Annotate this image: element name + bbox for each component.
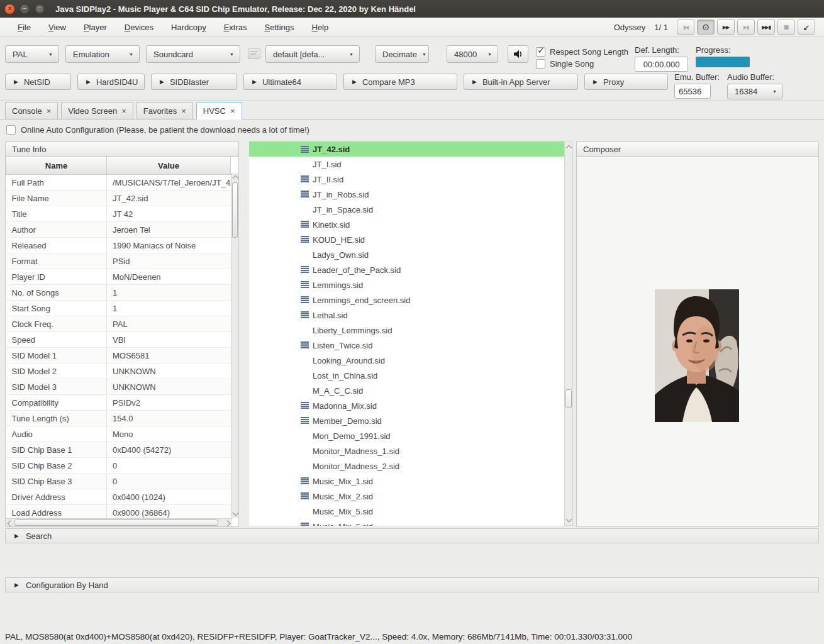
search-expander[interactable]: ▶ Search bbox=[5, 528, 819, 543]
list-item[interactable]: Mon_Demo_1991.sid bbox=[249, 428, 564, 443]
table-row[interactable]: SID Model 1MOS6581 bbox=[6, 348, 231, 364]
list-item[interactable]: JT_in_Space.sid bbox=[249, 202, 564, 217]
close-button[interactable]: × bbox=[4, 4, 15, 14]
emu-buffer-input[interactable] bbox=[674, 84, 711, 99]
default-length-input[interactable] bbox=[635, 57, 688, 72]
scroll-down-icon[interactable] bbox=[566, 516, 572, 523]
file-list-scrollbar[interactable] bbox=[564, 142, 573, 526]
table-row[interactable]: Clock Freq.PAL bbox=[6, 316, 231, 332]
menu-player[interactable]: Player bbox=[75, 19, 116, 35]
online-auto-config-option[interactable]: Online Auto Configuration (Please, be pa… bbox=[6, 125, 309, 135]
respect-song-length-option[interactable]: ✓ Respect Song Length bbox=[536, 47, 628, 57]
list-item[interactable]: Lemmings.sid bbox=[249, 277, 564, 292]
tune-table-vertical-scrollbar[interactable] bbox=[231, 173, 238, 518]
fast-forward-button[interactable]: ▶▶ bbox=[717, 19, 735, 35]
table-row[interactable]: SID Model 3UNKNOWN bbox=[6, 379, 231, 395]
column-header-name[interactable]: Name bbox=[6, 157, 107, 175]
respect-song-length-checkbox[interactable]: ✓ bbox=[536, 47, 545, 57]
minimize-player-button[interactable]: ↙ bbox=[798, 19, 815, 35]
list-item[interactable]: JT_in_Robs.sid bbox=[249, 187, 564, 202]
scrollbar-thumb[interactable] bbox=[565, 389, 572, 408]
list-item[interactable]: M_A_C_C.sid bbox=[249, 383, 564, 398]
list-item[interactable]: Looking_Around.sid bbox=[249, 353, 564, 368]
proxy-button[interactable]: ▶Proxy bbox=[584, 74, 668, 90]
table-row[interactable]: SID Chip Base 30 bbox=[6, 474, 231, 489]
sample-rate-select[interactable]: 48000 ▼ bbox=[447, 45, 498, 63]
configuration-by-hand-expander[interactable]: ▶ Configuration By Hand bbox=[5, 577, 819, 592]
table-row[interactable]: CompatibilityPSIDv2 bbox=[6, 395, 231, 411]
menu-devices[interactable]: Devices bbox=[116, 19, 162, 35]
list-item[interactable]: Member_Demo.sid bbox=[249, 413, 564, 428]
list-item[interactable]: KOUD_HE.sid bbox=[249, 232, 564, 247]
table-row[interactable]: Start Song1 bbox=[6, 301, 231, 316]
list-item[interactable]: Madonna_Mix.sid bbox=[249, 398, 564, 413]
skip-to-end-button[interactable]: ▶▶▮ bbox=[757, 19, 775, 35]
table-row[interactable]: Released1990 Maniacs of Noise bbox=[6, 238, 231, 253]
close-icon[interactable]: × bbox=[181, 106, 186, 116]
scroll-down-icon[interactable] bbox=[233, 510, 239, 516]
list-item[interactable]: Monitor_Madness_2.sid bbox=[249, 458, 564, 474]
list-item[interactable]: JT_42.sid bbox=[249, 142, 564, 157]
scrollbar-thumb[interactable] bbox=[14, 519, 218, 526]
compare-mp3-button[interactable]: ▶Compare MP3 bbox=[343, 74, 457, 90]
minimize-button[interactable]: − bbox=[19, 4, 30, 14]
list-item[interactable]: Lethal.sid bbox=[249, 308, 564, 323]
tab-hvsc[interactable]: HVSC× bbox=[196, 102, 242, 119]
table-row[interactable]: AudioMono bbox=[6, 426, 231, 442]
list-item[interactable]: Music_Mix_1.sid bbox=[249, 474, 564, 489]
close-icon[interactable]: × bbox=[47, 106, 52, 116]
list-item[interactable]: Ladys_Own.sid bbox=[249, 247, 564, 262]
play-pause-button[interactable]: ⊙ bbox=[697, 19, 715, 35]
menu-hardcopy[interactable]: Hardcopy bbox=[162, 19, 215, 35]
table-row[interactable]: Player IDMoN/Deenen bbox=[6, 269, 231, 285]
sampling-method-select[interactable]: Decimate ▼ bbox=[375, 45, 429, 63]
table-row[interactable]: TitleJT 42 bbox=[6, 206, 231, 222]
list-item[interactable]: Leader_of_the_Pack.sid bbox=[249, 262, 564, 277]
scroll-left-icon[interactable] bbox=[8, 521, 14, 527]
volume-button[interactable] bbox=[508, 45, 528, 63]
menu-settings[interactable]: Settings bbox=[256, 19, 303, 35]
scroll-right-icon[interactable] bbox=[225, 521, 231, 527]
list-item[interactable]: Monitor_Madness_1.sid bbox=[249, 443, 564, 458]
maximize-button[interactable]: □ bbox=[35, 4, 45, 14]
single-song-checkbox[interactable] bbox=[536, 59, 545, 69]
table-row[interactable]: SpeedVBI bbox=[6, 332, 231, 348]
list-item[interactable]: Liberty_Lemmings.sid bbox=[249, 323, 564, 338]
list-item[interactable]: Music_Mix_2.sid bbox=[249, 489, 564, 504]
online-auto-config-checkbox[interactable] bbox=[6, 125, 16, 135]
ultimate64-button[interactable]: ▶Ultimate64 bbox=[243, 74, 337, 90]
table-row[interactable]: Driver Address0x0400 (1024) bbox=[6, 489, 231, 505]
table-row[interactable]: AuthorJeroen Tel bbox=[6, 222, 231, 238]
close-icon[interactable]: × bbox=[121, 106, 126, 116]
menu-view[interactable]: View bbox=[40, 19, 75, 35]
table-row[interactable]: File NameJT_42.sid bbox=[6, 191, 231, 206]
scroll-up-icon[interactable] bbox=[566, 145, 572, 152]
next-button[interactable]: ▶▮ bbox=[737, 19, 755, 35]
column-header-value[interactable]: Value bbox=[107, 157, 231, 175]
table-row[interactable]: Full Path/MUSICIANS/T/Tel_Jeroen/JT_42..… bbox=[6, 175, 231, 191]
audio-buffer-select[interactable]: 16384 ▼ bbox=[727, 84, 783, 99]
sidblaster-button[interactable]: ▶SIDBlaster bbox=[151, 74, 237, 90]
list-item[interactable]: Lost_in_China.sid bbox=[249, 368, 564, 383]
tab-video-screen[interactable]: Video Screen× bbox=[61, 102, 133, 119]
table-row[interactable]: No. of Songs1 bbox=[6, 285, 231, 301]
stop-button[interactable]: ■ bbox=[777, 19, 795, 35]
scroll-up-icon[interactable] bbox=[233, 175, 239, 182]
list-item[interactable]: JT_I.sid bbox=[249, 157, 564, 172]
hardsid4u-button[interactable]: ▶HardSID4U bbox=[77, 74, 145, 90]
list-item[interactable]: JT_II.sid bbox=[249, 172, 564, 187]
audio-device-select[interactable]: default [defa... ▼ bbox=[265, 45, 360, 63]
soundcard-select[interactable]: Soundcard ▼ bbox=[146, 45, 240, 63]
list-item[interactable]: Listen_Twice.sid bbox=[249, 338, 564, 353]
scrollbar-thumb[interactable] bbox=[232, 182, 238, 238]
skip-to-start-button[interactable]: ▮◀ bbox=[677, 19, 694, 35]
emulation-select[interactable]: Emulation ▼ bbox=[65, 45, 140, 63]
built-in-app-server-button[interactable]: ▶Built-in App Server bbox=[464, 74, 578, 90]
tab-favorites[interactable]: Favorites× bbox=[136, 102, 193, 119]
menu-help[interactable]: Help bbox=[303, 19, 338, 35]
list-item[interactable]: Music_Mix_5.sid bbox=[249, 504, 564, 519]
menu-extras[interactable]: Extras bbox=[215, 19, 256, 35]
table-row[interactable]: SID Model 2UNKNOWN bbox=[6, 364, 231, 379]
video-standard-select[interactable]: PAL ▼ bbox=[5, 45, 59, 63]
tune-table-horizontal-scrollbar[interactable] bbox=[6, 518, 232, 526]
